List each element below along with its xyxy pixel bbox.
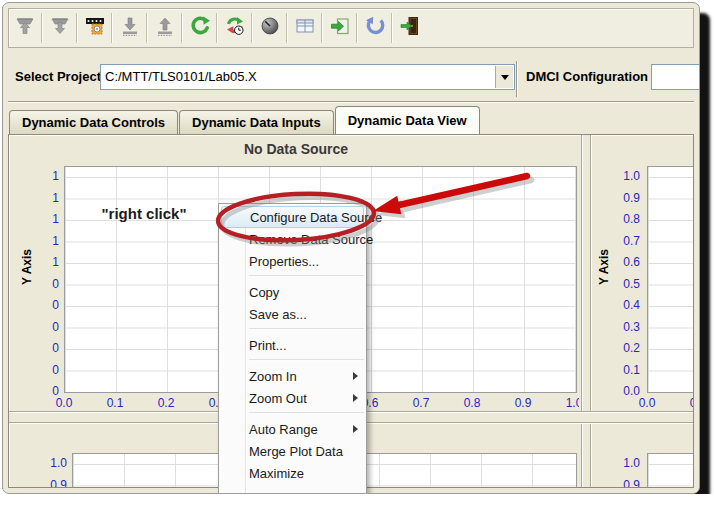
toolbar-separator: [216, 13, 218, 43]
menu-item-label: Properties...: [249, 254, 319, 269]
tab-dynamic-data-inputs[interactable]: Dynamic Data Inputs: [179, 110, 334, 134]
y-tick: 0.4: [606, 298, 640, 312]
knob-icon: [259, 15, 281, 41]
select-project-label: Select Project: [15, 69, 101, 84]
x-tick: 0.7: [404, 396, 438, 410]
menu-item-save-as[interactable]: Save as...: [219, 303, 366, 325]
x-tick: 0.9: [506, 396, 540, 410]
menu-item-merge-plot-data[interactable]: Merge Plot Data: [219, 440, 366, 462]
project-path-value: C:/MTT/TLS0101/Lab05.X: [105, 69, 257, 84]
toolbar-separator: [76, 13, 78, 43]
dmci-configuration-label: DMCI Configuration: [526, 69, 648, 84]
menu-separator: [249, 359, 364, 361]
y-tick: 0.1: [606, 363, 640, 377]
toolbar-separator: [321, 13, 323, 43]
toolbar: [8, 8, 694, 48]
right-click-annotation: "right click": [89, 205, 199, 222]
film-settings-button[interactable]: [79, 12, 110, 44]
menu-item-maximize[interactable]: Maximize: [219, 462, 366, 484]
toolbar-separator: [356, 13, 358, 43]
chart-panel-bottom-right[interactable]: 1.0 0.9: [589, 423, 693, 488]
reload-clock-button[interactable]: [219, 12, 250, 44]
toolbar-separator: [286, 13, 288, 43]
exit-button[interactable]: [394, 12, 425, 44]
toolbar-separator: [41, 13, 43, 43]
open-panel-icon: [329, 15, 351, 41]
menu-item-label: Configure Data Source: [250, 210, 382, 225]
knob-button[interactable]: [254, 12, 285, 44]
submenu-arrow-icon: [353, 372, 358, 380]
y-tick: 0.9: [606, 191, 640, 205]
application-window: Select Project C:/MTT/TLS0101/Lab05.X DM…: [2, 2, 700, 494]
menu-item-label: Zoom In: [249, 369, 297, 384]
open-panel-button[interactable]: [324, 12, 355, 44]
menu-item-remove-data-source[interactable]: Remove Data Source: [219, 228, 366, 250]
menu-separator: [249, 275, 364, 277]
combo-dropdown-button[interactable]: [495, 66, 513, 88]
menu-item-copy[interactable]: Copy: [219, 281, 366, 303]
menu-item-label: Maximize: [249, 466, 304, 481]
toolbar-separator: [111, 13, 113, 43]
y-tick: 0.9: [606, 478, 640, 489]
transfer-down-icon: [49, 15, 71, 41]
menu-item-print[interactable]: Print...: [219, 334, 366, 356]
toolbar-separator: [181, 13, 183, 43]
menu-item-label: Print...: [249, 338, 287, 353]
y-tick: 0.9: [33, 478, 67, 489]
menu-item-label: Save as...: [249, 307, 307, 322]
y-tick: 1.0: [33, 456, 67, 470]
menu-item-auto-range[interactable]: Auto Range: [219, 418, 366, 440]
y-tick: 0: [25, 341, 59, 355]
transfer-up-button[interactable]: [9, 12, 40, 44]
y-tick: 1.0: [606, 169, 640, 183]
menu-item-label: Zoom Out: [249, 391, 307, 406]
y-tick: 0: [25, 277, 59, 291]
refresh-button[interactable]: [184, 12, 215, 44]
menu-separator: [249, 328, 364, 330]
transfer-down-button[interactable]: [44, 12, 75, 44]
toolbar-separator: [391, 13, 393, 43]
grid-view-icon: [294, 15, 316, 41]
reload-clock-icon: [224, 15, 246, 41]
tab-dynamic-data-controls[interactable]: Dynamic Data Controls: [9, 110, 178, 134]
plot-area[interactable]: [647, 166, 693, 393]
tab-bar: Dynamic Data Controls Dynamic Data Input…: [9, 107, 481, 134]
undo-icon: [364, 15, 386, 41]
chart-panel-top-right[interactable]: Y Axis 1.0 0.9 0.8 0.7 0.6 0.5 0.4 0.3 0…: [589, 136, 693, 410]
chart-title: No Data Source: [13, 141, 579, 157]
project-combobox[interactable]: C:/MTT/TLS0101/Lab05.X: [100, 64, 515, 90]
x-tick: 0.1: [681, 396, 693, 410]
y-tick: 0.7: [606, 234, 640, 248]
menu-item-label: Merge Plot Data: [249, 444, 343, 459]
x-tick: 0.0: [47, 396, 81, 410]
dmci-configuration-field[interactable]: [651, 64, 700, 90]
y-tick: 0.2: [606, 341, 640, 355]
submenu-arrow-icon: [353, 394, 358, 402]
y-tick: 1: [25, 169, 59, 183]
x-tick: 0.1: [98, 396, 132, 410]
menu-item-label: Remove Data Source: [249, 232, 373, 247]
submenu-arrow-icon: [353, 425, 358, 433]
menu-item-zoom-in[interactable]: Zoom In: [219, 365, 366, 387]
grid-view-button[interactable]: [289, 12, 320, 44]
film-settings-icon: [84, 15, 106, 41]
transfer-up-icon: [14, 15, 36, 41]
plot-area[interactable]: [647, 453, 693, 488]
chevron-down-icon: [501, 75, 509, 80]
menu-separator: [249, 412, 364, 414]
tab-dynamic-data-view[interactable]: Dynamic Data View: [335, 106, 480, 134]
x-tick: 0.0: [630, 396, 664, 410]
y-tick: 1.0: [606, 456, 640, 470]
menu-item-label: Auto Range: [249, 422, 318, 437]
context-menu: Configure Data Source Remove Data Source…: [218, 203, 367, 494]
export-up-button[interactable]: [149, 12, 180, 44]
undo-button[interactable]: [359, 12, 390, 44]
menu-item-properties[interactable]: Properties...: [219, 250, 366, 272]
menu-item-configure-data-source[interactable]: Configure Data Source: [221, 206, 364, 228]
horizontal-divider: [8, 101, 694, 103]
menu-item-label: Copy: [249, 285, 279, 300]
menu-item-zoom-out[interactable]: Zoom Out: [219, 387, 366, 409]
import-down-button[interactable]: [114, 12, 145, 44]
x-tick: 0.8: [455, 396, 489, 410]
refresh-icon: [189, 15, 211, 41]
